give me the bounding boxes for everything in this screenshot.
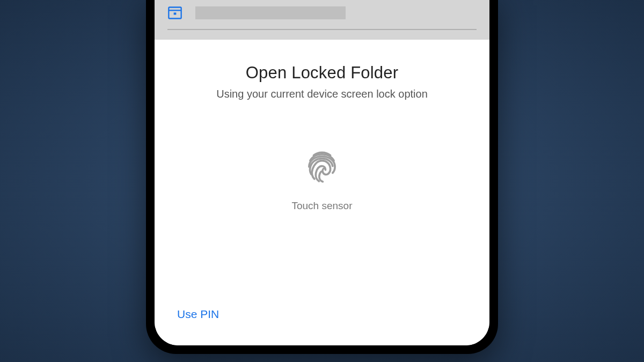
- biometric-dialog: Open Locked Folder Using your current de…: [155, 40, 489, 346]
- use-pin-button[interactable]: Use PIN: [175, 304, 221, 325]
- touch-sensor-label: Touch sensor: [291, 200, 352, 212]
- redacted-text-placeholder: [195, 6, 346, 19]
- top-bar: [155, 0, 489, 40]
- archive-box-icon: [167, 5, 182, 20]
- list-item[interactable]: [167, 5, 477, 20]
- fingerprint-icon[interactable]: [304, 149, 340, 185]
- dialog-title: Open Locked Folder: [172, 63, 472, 83]
- phone-frame: Open Locked Folder Using your current de…: [146, 0, 498, 354]
- dialog-subtitle: Using your current device screen lock op…: [172, 88, 472, 100]
- dialog-actions: Use PIN: [172, 304, 472, 345]
- phone-screen: Open Locked Folder Using your current de…: [155, 0, 489, 345]
- fingerprint-section: Touch sensor: [172, 149, 472, 212]
- svg-rect-2: [174, 12, 177, 14]
- divider: [167, 29, 477, 30]
